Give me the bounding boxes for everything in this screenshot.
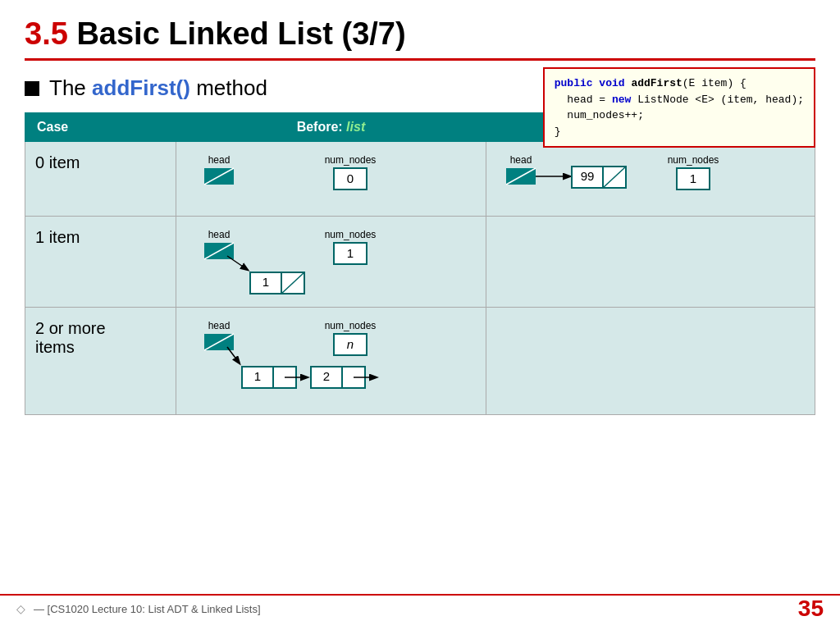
svg-line-20 bbox=[227, 256, 248, 270]
svg-text:head: head bbox=[208, 154, 230, 166]
svg-text:1: 1 bbox=[690, 171, 696, 185]
subtitle-text-after: method bbox=[196, 75, 267, 101]
after-2-items bbox=[486, 308, 815, 415]
svg-text:n: n bbox=[347, 337, 354, 351]
case-0-item: 0 item bbox=[25, 142, 176, 217]
footer-label: — [CS1020 Lecture 10: List ADT & Linked … bbox=[34, 603, 798, 615]
svg-text:99: 99 bbox=[581, 169, 595, 183]
after-0-item: head 99 bbox=[486, 142, 815, 217]
svg-text:num_nodes: num_nodes bbox=[324, 229, 376, 240]
main-table: Case Before: list After: list.addFirst(9… bbox=[25, 112, 815, 415]
svg-text:head: head bbox=[208, 229, 230, 240]
case-2-items: 2 or moreitems bbox=[25, 308, 176, 415]
before-2-items: head 1 2 bbox=[176, 308, 486, 415]
subtitle: The addFirst() method bbox=[25, 75, 267, 101]
col-header-case: Case bbox=[25, 113, 176, 142]
code-box: public void addFirst(E item) { head = ne… bbox=[543, 67, 815, 148]
diagram-0-before: head num_nodes 0 bbox=[186, 150, 416, 208]
svg-text:2: 2 bbox=[323, 369, 330, 383]
page-number: 35 bbox=[798, 596, 824, 622]
svg-text:num_nodes: num_nodes bbox=[668, 154, 719, 166]
diamond-icon: ◇ bbox=[16, 602, 25, 615]
svg-text:0: 0 bbox=[347, 171, 354, 185]
bullet-icon bbox=[25, 81, 39, 96]
diagram-1-before: head 1 num_nodes bbox=[186, 225, 416, 299]
diagram-2-before: head 1 2 bbox=[186, 316, 416, 406]
after-1-item bbox=[486, 217, 815, 308]
table-row: 2 or moreitems bbox=[25, 308, 815, 415]
title-number: 3.5 bbox=[25, 16, 68, 51]
svg-text:1: 1 bbox=[347, 246, 354, 260]
svg-text:head: head bbox=[510, 154, 532, 166]
subtitle-row: The addFirst() method public void addFir… bbox=[25, 75, 815, 101]
slide: 3.5 Basic Linked List (3/7) The addFirst… bbox=[0, 0, 840, 630]
footer: ◇ — [CS1020 Lecture 10: List ADT & Linke… bbox=[0, 594, 840, 622]
svg-text:num_nodes: num_nodes bbox=[324, 320, 376, 331]
svg-text:head: head bbox=[208, 320, 230, 331]
svg-text:1: 1 bbox=[262, 275, 269, 289]
title-rest: Basic Linked List (3/7) bbox=[68, 16, 406, 51]
table-row: 0 item head num_nodes bbox=[25, 142, 815, 217]
case-1-item: 1 item bbox=[25, 217, 176, 308]
subtitle-text-before: The bbox=[49, 75, 86, 101]
before-0-item: head num_nodes 0 bbox=[176, 142, 486, 217]
svg-text:num_nodes: num_nodes bbox=[324, 154, 376, 166]
diagram-0-after: head 99 bbox=[496, 150, 742, 208]
before-1-item: head 1 num_nodes bbox=[176, 217, 486, 308]
method-name: addFirst() bbox=[92, 75, 190, 101]
slide-title: 3.5 Basic Linked List (3/7) bbox=[25, 16, 815, 61]
svg-text:1: 1 bbox=[254, 369, 261, 383]
table-row: 1 item head bbox=[25, 217, 815, 308]
col-header-before: Before: list bbox=[176, 113, 486, 142]
